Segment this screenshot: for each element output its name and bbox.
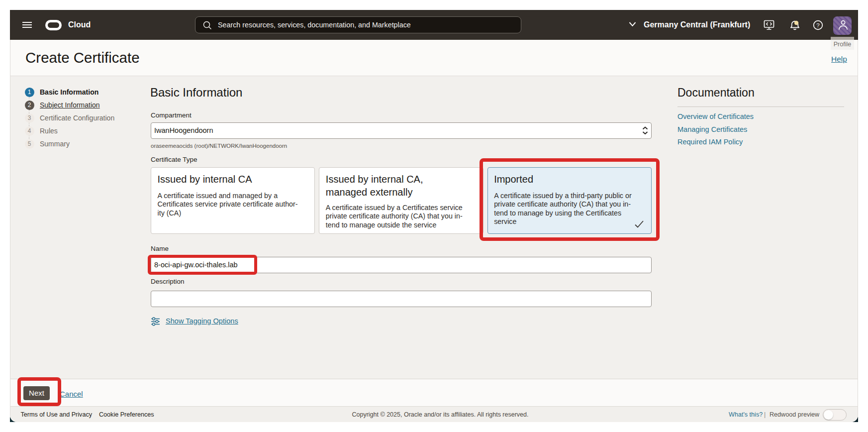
svg-text:?: ? (816, 22, 819, 28)
